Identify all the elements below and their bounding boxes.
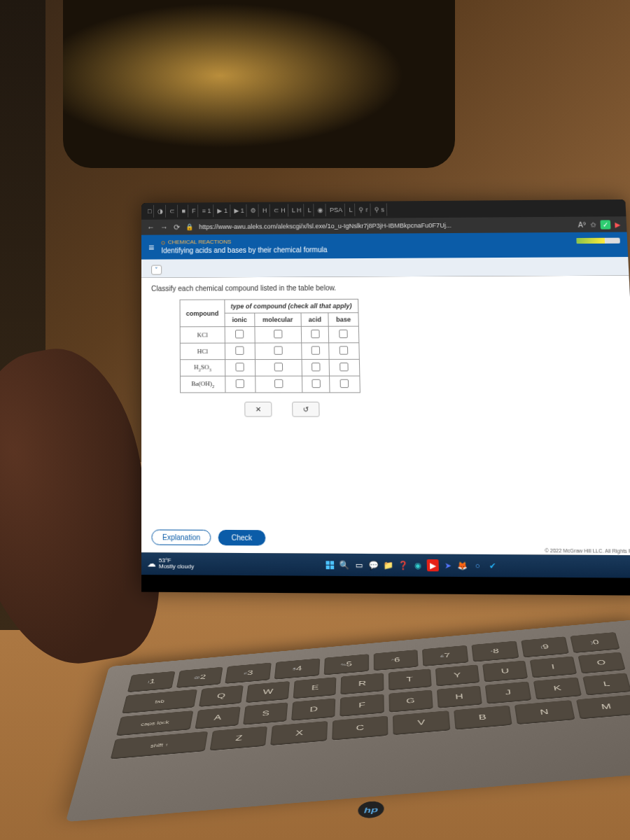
keyboard-key[interactable]: @2	[176, 667, 223, 688]
browser-tab[interactable]: ▶ 1	[232, 204, 247, 217]
tab-key[interactable]: tab	[122, 690, 197, 714]
checkbox[interactable]	[340, 363, 349, 371]
browser-tab[interactable]: ▶ 1	[215, 204, 230, 217]
keyboard-key[interactable]: E	[293, 677, 337, 699]
keyboard-key[interactable]: D	[291, 698, 336, 720]
keyboard-key[interactable]: L	[582, 673, 630, 695]
refresh-button[interactable]: ⟳	[174, 223, 180, 232]
browser-tab[interactable]: ◑	[155, 205, 166, 218]
keyboard-key[interactable]: M	[575, 695, 630, 720]
keyboard-key[interactable]: Z	[210, 726, 268, 750]
checkbox[interactable]	[274, 363, 282, 372]
keyboard-key[interactable]: J	[485, 681, 532, 704]
url-text[interactable]: https://www-awu.aleks.com/alekscgi/x/lsl…	[199, 221, 573, 230]
hamburger-icon[interactable]: ≡	[148, 242, 154, 252]
browser-tab[interactable]: ⊂	[167, 205, 178, 218]
keyboard-key[interactable]: F	[340, 694, 384, 716]
browser-tab[interactable]: ⚙	[248, 204, 259, 217]
checkbox[interactable]	[274, 379, 283, 388]
browser-tab[interactable]: ⊂ H	[271, 204, 288, 216]
reset-button[interactable]: ↺	[292, 402, 320, 417]
browser-tab[interactable]: L	[305, 204, 314, 216]
keyboard-key[interactable]: U	[482, 660, 528, 682]
keyboard-key[interactable]: V	[393, 710, 450, 735]
explorer-icon[interactable]: 📁	[383, 559, 395, 571]
checkbox[interactable]	[340, 330, 349, 338]
browser-tab[interactable]: ■	[179, 204, 188, 217]
checkbox[interactable]	[312, 363, 321, 371]
favorite-icon[interactable]: ✩	[590, 220, 596, 228]
search-icon[interactable]: 🔍	[339, 559, 351, 571]
keyboard-key[interactable]: T	[388, 668, 431, 690]
keyboard-key[interactable]: G	[388, 690, 433, 712]
keyboard-key[interactable]: X	[271, 721, 328, 746]
keyboard-key[interactable]: W	[246, 681, 290, 703]
back-button[interactable]: ←	[147, 223, 155, 232]
task-view-icon[interactable]: ▭	[354, 559, 365, 571]
youtube-icon[interactable]: ▶	[427, 559, 439, 571]
keyboard-key[interactable]: !1	[127, 671, 175, 693]
forward-button[interactable]: →	[160, 223, 168, 232]
keyboard-key[interactable]: %5	[323, 654, 368, 675]
keyboard-key[interactable]: Q	[199, 685, 244, 707]
app-icon[interactable]: ➤	[442, 560, 454, 572]
firefox-icon[interactable]: 🦊	[456, 560, 468, 572]
checkbox[interactable]	[312, 379, 321, 388]
checkbox[interactable]	[311, 330, 320, 338]
check-button[interactable]: Check	[218, 530, 265, 546]
app-icon[interactable]: ❓	[398, 559, 410, 571]
keyboard-key[interactable]: N	[514, 700, 575, 724]
keyboard-key[interactable]: C	[332, 716, 388, 741]
browser-tab[interactable]: □	[146, 205, 154, 218]
shift-key[interactable]: shift ↑	[111, 732, 209, 760]
keyboard-key[interactable]: Y	[435, 664, 480, 686]
checkbox[interactable]	[236, 363, 244, 372]
keyboard-key[interactable]: A	[195, 706, 241, 729]
checkbox[interactable]	[340, 346, 349, 355]
browser-tab[interactable]: ≡ 1	[200, 204, 214, 217]
keyboard-key[interactable]: H	[437, 685, 482, 708]
keyboard-key[interactable]: )0	[570, 632, 620, 653]
keyboard-key[interactable]: B	[454, 706, 512, 730]
browser-tab[interactable]: ⚲ s	[372, 203, 387, 216]
checkbox[interactable]	[340, 379, 349, 388]
checkbox[interactable]	[236, 346, 244, 355]
browser-tab[interactable]: ⚲ r	[356, 204, 370, 216]
start-button[interactable]	[324, 559, 336, 571]
keyboard-key[interactable]: &7	[422, 645, 468, 666]
keyboard-key[interactable]: (9	[521, 636, 569, 657]
extension-icon[interactable]: ▶	[615, 220, 621, 228]
checkbox-cell	[329, 327, 359, 344]
keyboard-key[interactable]: #3	[225, 662, 272, 683]
checkbox[interactable]	[311, 346, 320, 355]
browser-tab[interactable]: H	[260, 204, 270, 217]
keyboard-key[interactable]: R	[341, 673, 384, 694]
app-icon[interactable]: ✔	[486, 560, 499, 572]
keyboard-key[interactable]: *8	[471, 640, 519, 662]
browser-tab[interactable]: F	[190, 204, 199, 217]
checkbox[interactable]	[235, 330, 244, 339]
progress-bar	[576, 238, 620, 244]
browser-tab[interactable]: PSA	[328, 204, 346, 216]
browser-tab[interactable]: L H	[290, 204, 304, 216]
browser-tab[interactable]: L	[346, 204, 356, 216]
chevron-down-icon[interactable]: ˅	[151, 265, 162, 275]
keyboard-key[interactable]: $4	[274, 658, 320, 679]
keyboard-key[interactable]: ^6	[373, 650, 419, 671]
checkbox[interactable]	[274, 330, 282, 338]
weather-widget[interactable]: ☁ 53°F Mostly cloudy	[147, 557, 194, 570]
edge-icon[interactable]: ◉	[412, 559, 424, 571]
browser-tab[interactable]: ◉	[316, 204, 327, 216]
app-icon[interactable]: ○	[471, 560, 484, 572]
explanation-button[interactable]: Explanation	[151, 530, 211, 546]
keyboard-key[interactable]: K	[533, 677, 582, 699]
keyboard-key[interactable]: O	[578, 652, 625, 673]
keyboard-key[interactable]: I	[530, 656, 577, 678]
checkbox[interactable]	[236, 379, 244, 388]
capslock-key[interactable]: caps lock	[116, 710, 193, 736]
chat-icon[interactable]: 💬	[368, 559, 380, 571]
clear-button[interactable]: ✕	[244, 402, 272, 417]
checkbox[interactable]	[274, 346, 282, 355]
read-aloud-icon[interactable]: A⁹	[578, 220, 587, 228]
keyboard-key[interactable]: S	[243, 702, 288, 724]
